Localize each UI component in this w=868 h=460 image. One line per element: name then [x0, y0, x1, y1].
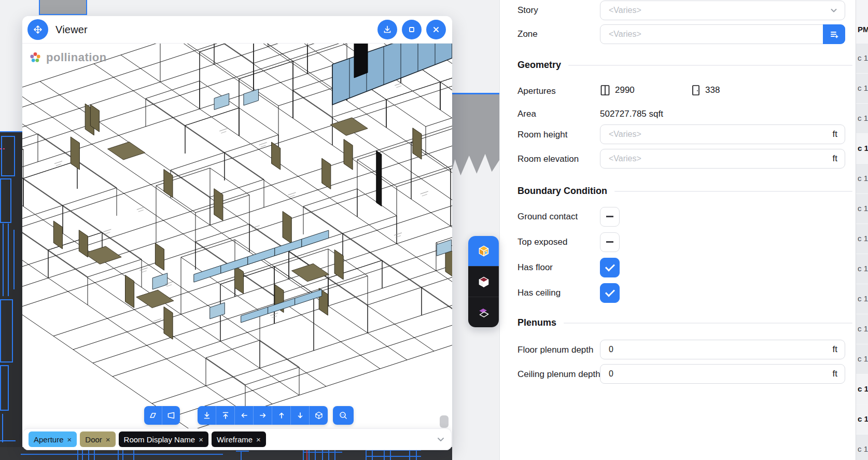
- ceiling-plenum-input[interactable]: [608, 369, 830, 379]
- right-view-button[interactable]: [253, 406, 272, 425]
- viewer-canvas[interactable]: pollination: [22, 44, 452, 443]
- left-view-button[interactable]: [234, 406, 253, 425]
- tag-label: Wireframe: [217, 435, 253, 444]
- pollination-logo-icon: [29, 51, 42, 64]
- floor-plenum-input[interactable]: [608, 344, 830, 355]
- table-row[interactable]: c 16: [856, 74, 868, 104]
- floor-plenum-unit: ft: [830, 344, 845, 355]
- table-row[interactable]: c 16: [856, 435, 868, 460]
- tag-room-display-name[interactable]: Room Display Name ×: [119, 431, 208, 447]
- mass-cube-icon: [477, 275, 491, 288]
- zone-input[interactable]: [608, 29, 845, 39]
- has-ceiling-checkbox[interactable]: [600, 283, 620, 303]
- tag-remove-icon[interactable]: ×: [199, 435, 203, 444]
- titlebar-buttons: [377, 20, 446, 39]
- zone-add-button[interactable]: [823, 24, 845, 44]
- table-header: PM: [856, 0, 868, 44]
- tag-remove-icon[interactable]: ×: [106, 435, 110, 444]
- table-row[interactable]: c 16: [856, 134, 868, 164]
- tag-remove-icon[interactable]: ×: [256, 435, 261, 444]
- door-count: 338: [705, 85, 720, 95]
- close-icon: [431, 24, 441, 35]
- tag-door[interactable]: Door ×: [80, 431, 115, 447]
- tag-remove-icon[interactable]: ×: [67, 435, 72, 444]
- watermark-text: pollination: [46, 51, 107, 64]
- right-view-icon: [258, 411, 268, 420]
- up-view-button[interactable]: [272, 406, 290, 425]
- tag-wireframe[interactable]: Wireframe ×: [212, 431, 266, 447]
- zoom-extents-button[interactable]: [333, 406, 354, 425]
- download-button[interactable]: [377, 20, 397, 39]
- viewer-titlebar: Viewer: [22, 16, 452, 44]
- room-height-unit: ft: [830, 129, 845, 140]
- has-floor-checkbox[interactable]: [600, 258, 620, 277]
- story-input[interactable]: [608, 5, 829, 16]
- table-row[interactable]: c 16: [856, 314, 868, 344]
- background-plan-panel: [0, 131, 22, 460]
- room-elevation-label: Room elevation: [517, 154, 579, 164]
- bottom-view-button[interactable]: [198, 406, 216, 425]
- model-cube-icon: [477, 244, 491, 258]
- mass-view-button[interactable]: [468, 266, 499, 297]
- perspective-view-icon: [166, 411, 176, 420]
- viewer-nav-toolbar: [144, 406, 354, 425]
- down-view-icon: [296, 411, 305, 420]
- down-view-button[interactable]: [290, 406, 309, 425]
- table-row[interactable]: c 16: [856, 44, 868, 74]
- room-height-label: Room height: [517, 130, 567, 140]
- download-icon: [382, 24, 393, 35]
- perspective-view-button[interactable]: [162, 406, 180, 425]
- maximize-button[interactable]: [402, 20, 422, 39]
- room-elevation-field[interactable]: ft: [600, 149, 845, 169]
- area-label: Area: [517, 109, 536, 119]
- room-height-input[interactable]: [608, 129, 830, 140]
- ground-contact-checkbox[interactable]: [600, 207, 620, 227]
- story-label: Story: [517, 5, 538, 16]
- background-torn-shape: [452, 93, 499, 183]
- room-elevation-input[interactable]: [608, 154, 830, 164]
- isometric-view-button[interactable]: [309, 406, 328, 425]
- viewer-scrollbar-handle[interactable]: [440, 415, 449, 428]
- ceiling-plenum-field[interactable]: ft: [600, 364, 845, 384]
- background-shape: [39, 0, 87, 15]
- table-row[interactable]: c 16: [856, 194, 868, 224]
- tag-label: Door: [85, 435, 102, 444]
- plenums-heading: Plenums: [517, 317, 852, 328]
- chevron-down-icon[interactable]: [436, 434, 446, 444]
- table-row[interactable]: c 16: [856, 254, 868, 284]
- table-row[interactable]: c 16: [856, 405, 868, 435]
- floor-plenum-field[interactable]: ft: [600, 340, 845, 359]
- room-elevation-unit: ft: [830, 154, 845, 164]
- has-ceiling-label: Has ceiling: [517, 288, 561, 298]
- table-row[interactable]: c 16: [856, 164, 868, 194]
- background-table: PM c 16 c 16 c 16 c 16 c 16 c 16 c 16 c …: [856, 0, 868, 460]
- story-field[interactable]: [600, 1, 845, 20]
- tag-label: Aperture: [34, 435, 64, 444]
- add-to-set-icon: [829, 29, 839, 39]
- orthographic-view-icon: [148, 411, 158, 420]
- geometry-heading: Geometry: [517, 60, 852, 71]
- ground-contact-label: Ground contact: [517, 212, 578, 222]
- table-row[interactable]: c 16: [856, 104, 868, 134]
- top-exposed-checkbox[interactable]: [600, 232, 620, 252]
- table-row[interactable]: c 16: [856, 224, 868, 254]
- table-row[interactable]: c 16: [856, 344, 868, 374]
- area-value: 502727.785 sqft: [600, 109, 663, 119]
- floorplan-view-button[interactable]: [468, 297, 499, 327]
- floorplan-icon: [477, 305, 491, 319]
- app-root: Story Zone Geometry Apertures 2990 338 A…: [0, 0, 868, 460]
- chevron-down-icon[interactable]: [829, 6, 845, 15]
- tag-aperture[interactable]: Aperture ×: [29, 431, 77, 447]
- move-window-button[interactable]: [27, 19, 48, 40]
- close-button[interactable]: [426, 20, 446, 39]
- zone-field[interactable]: [600, 24, 845, 44]
- model-view-button[interactable]: [468, 236, 499, 266]
- top-view-button[interactable]: [216, 406, 234, 425]
- table-row[interactable]: c 16: [856, 374, 868, 405]
- table-row[interactable]: c 16: [856, 284, 868, 314]
- window-title: Viewer: [55, 24, 88, 36]
- orthographic-view-button[interactable]: [144, 406, 162, 425]
- room-height-field[interactable]: ft: [600, 124, 845, 144]
- viewer-window: Viewer: [22, 16, 452, 450]
- zoom-extents-icon: [339, 411, 348, 420]
